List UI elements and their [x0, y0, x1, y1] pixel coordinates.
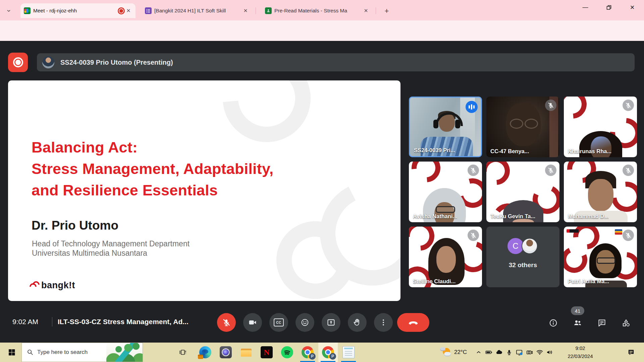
search-box-art	[106, 343, 143, 362]
activities-button[interactable]	[621, 318, 631, 327]
classroom-icon	[265, 7, 272, 14]
participant-name: Avisha Nathani...	[413, 213, 457, 220]
tray-display-icon[interactable]	[514, 343, 524, 362]
taskbar-chrome-active-icon[interactable]: P	[318, 343, 338, 362]
window-minimize-button[interactable]: —	[575, 0, 596, 15]
tab-meet[interactable]: Meet - rdj-njoz-ehh ✕	[20, 3, 136, 18]
meet-icon	[24, 7, 31, 14]
taskbar-file-explorer-icon[interactable]	[236, 343, 256, 362]
taskbar-notepad-icon[interactable]	[339, 343, 358, 362]
tab-close-icon[interactable]: ✕	[362, 7, 370, 14]
participant-name: Teuku Gevin Ta...	[490, 213, 535, 220]
tray-microphone-icon[interactable]	[504, 343, 514, 362]
action-center-icon[interactable]	[623, 343, 639, 362]
presenting-banner[interactable]: SS24-0039 Prio Utomo (Presenting)	[37, 53, 635, 71]
browser-tab-strip: Meet - rdj-njoz-ehh ✕ [Bangkit 2024 H1] …	[0, 0, 644, 20]
clock-time: 9:02	[555, 344, 605, 352]
weather-temperature: 22°C	[454, 349, 467, 356]
search-placeholder: Type here to search	[37, 349, 106, 356]
captions-button[interactable]: CC	[269, 313, 288, 332]
recording-button[interactable]	[8, 53, 28, 72]
taskbar-spotify-icon[interactable]	[277, 343, 297, 362]
slide-presenter-role: Head of Technology Management Department…	[32, 239, 190, 258]
presenter-avatar	[42, 56, 54, 68]
tab-forms[interactable]: [Bangkit 2024 H1] ILT Soft Skill ✕	[142, 3, 253, 18]
participant-tile[interactable]: Teuku Gevin Ta...	[486, 162, 559, 222]
window-close-button[interactable]: ✕	[622, 0, 643, 15]
tab-search-button[interactable]	[3, 5, 15, 17]
participant-tile[interactable]: SS24-0039 Pri...	[409, 97, 482, 157]
window-restore-button[interactable]	[598, 0, 620, 15]
mic-off-icon	[623, 100, 634, 111]
weather-icon	[440, 347, 451, 357]
participant-grid: SS24-0039 Pri... CC-47 Benya... Khairuna…	[409, 97, 637, 287]
bangkit-logo: bangk!t	[30, 280, 75, 291]
participant-count-badge: 41	[571, 306, 584, 315]
start-button[interactable]	[3, 343, 20, 362]
participant-name: CC-47 Benya...	[490, 148, 529, 155]
participant-tile[interactable]: Stelline Claudi...	[409, 227, 482, 287]
taskbar-netflix-icon[interactable]: N	[257, 343, 276, 362]
tray-hidden-icons-chevron[interactable]	[474, 343, 484, 362]
tile-bangkit-logo	[567, 229, 579, 233]
tab-title: Meet - rdj-njoz-ehh	[33, 8, 115, 14]
tab-close-icon[interactable]: ✕	[125, 7, 132, 14]
taskbar-weather[interactable]: 22°C	[440, 343, 467, 362]
meeting-clock: 9:02 AM	[12, 318, 38, 326]
chevron-down-icon	[6, 8, 11, 13]
forms-icon	[145, 7, 152, 14]
search-icon	[26, 349, 34, 356]
tile-kampus-merdeka-logo	[615, 229, 622, 235]
more-options-button[interactable]	[374, 313, 393, 332]
tray-camera-icon[interactable]	[525, 343, 535, 362]
participant-tile[interactable]: Muhammad D...	[564, 162, 637, 222]
tray-battery-icon[interactable]	[484, 343, 494, 362]
meeting-details-button[interactable]	[548, 318, 558, 327]
participant-name: Khairunas Rha...	[568, 148, 611, 155]
camera-toggle-button[interactable]	[243, 313, 262, 332]
bangkit-logo-icon	[30, 281, 38, 290]
mic-off-icon	[545, 100, 556, 111]
overflow-avatar	[522, 238, 538, 254]
presentation-slide: Balancing Act: Stress Management, Adapta…	[8, 80, 400, 301]
tab-close-icon[interactable]: ✕	[242, 7, 249, 14]
taskbar-clock[interactable]: 9:02 22/03/2024	[555, 344, 605, 360]
tray-volume-icon[interactable]	[545, 343, 555, 362]
presenting-banner-text: SS24-0039 Prio Utomo (Presenting)	[60, 59, 173, 66]
meet-page: SS24-0039 Prio Utomo (Presenting) Balanc…	[0, 41, 644, 343]
new-tab-button[interactable]: +	[382, 6, 392, 16]
tab-recording-icon	[118, 7, 125, 14]
edge-work-badge	[198, 355, 203, 359]
chat-button[interactable]	[597, 318, 606, 327]
taskbar-camera-icon[interactable]	[216, 343, 235, 362]
overflow-participants-tile[interactable]: C 32 others	[486, 227, 559, 287]
participant-tile[interactable]: CC-47 Benya...	[486, 97, 559, 157]
taskbar-search[interactable]: Type here to search	[21, 343, 143, 362]
raise-hand-button[interactable]	[348, 313, 367, 332]
present-screen-button[interactable]	[322, 313, 340, 332]
clock-date: 22/03/2024	[555, 352, 605, 360]
browser-toolbar: meet.google.com/rdj-njoz-ehh?authuser=0 …	[0, 20, 644, 41]
mic-toggle-button[interactable]	[217, 313, 236, 332]
mic-off-icon	[468, 165, 479, 176]
reactions-button[interactable]	[296, 313, 314, 332]
slide-presenter-name: Dr. Prio Utomo	[32, 219, 118, 233]
meeting-name: ILT-SS-03-CZ Stress Management, Ad...	[58, 318, 189, 326]
mic-off-icon	[623, 165, 634, 176]
participant-tile[interactable]: Avisha Nathani...	[409, 162, 482, 222]
task-view-button[interactable]	[174, 343, 192, 362]
tray-wifi-icon[interactable]	[535, 343, 545, 362]
participant-tile[interactable]: Putri Aulia Ma...	[564, 227, 637, 287]
participant-tile[interactable]: Khairunas Rha...	[564, 97, 637, 157]
taskbar-chrome-icon[interactable]: P	[298, 343, 317, 362]
mic-off-icon	[545, 165, 556, 176]
participant-name: Stelline Claudi...	[413, 278, 455, 285]
tab-classroom[interactable]: Pre-Read Materials - Stress Ma ✕	[262, 3, 373, 18]
taskbar-edge-icon[interactable]	[196, 343, 215, 362]
show-people-button[interactable]	[573, 318, 582, 327]
tray-onedrive-icon[interactable]	[494, 343, 504, 362]
participant-name: Putri Aulia Ma...	[568, 278, 609, 285]
tab-title: Pre-Read Materials - Stress Ma	[274, 8, 360, 14]
participant-name: SS24-0039 Pri...	[414, 147, 455, 154]
leave-call-button[interactable]	[397, 313, 429, 332]
